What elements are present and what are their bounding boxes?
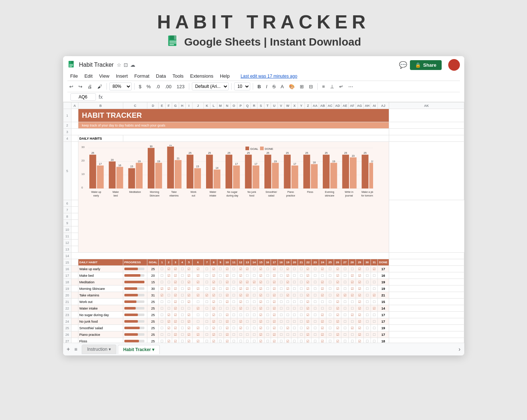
tab-arrow-right[interactable]: › — [458, 346, 460, 353]
checkbox-cell[interactable]: ☐ — [344, 267, 346, 271]
checkbox-cell[interactable]: ☐ — [314, 320, 317, 323]
checkbox-cell[interactable]: ☑ — [246, 280, 249, 284]
checkbox-cell[interactable]: ☐ — [253, 274, 256, 277]
checkbox-cell[interactable]: ☑ — [239, 267, 242, 271]
checkbox-cell[interactable]: ☐ — [373, 300, 376, 304]
checkbox-cell[interactable]: ☑ — [187, 280, 190, 284]
day-cell-15[interactable]: ☑ — [257, 285, 264, 292]
day-cell-27[interactable]: ☐ — [341, 272, 349, 279]
day-cell-28[interactable]: ☐ — [349, 338, 356, 343]
col-ai[interactable]: AI — [371, 102, 377, 109]
checkbox-cell[interactable]: ☑ — [187, 313, 190, 317]
col-ad[interactable]: AD — [334, 102, 341, 109]
day-cell-12[interactable]: ☑ — [237, 292, 244, 299]
checkbox-cell[interactable]: ☑ — [167, 326, 170, 330]
checkbox-cell[interactable]: ☐ — [300, 339, 303, 343]
checkbox-cell[interactable]: ☑ — [174, 307, 177, 310]
checkbox-cell[interactable]: ☐ — [266, 280, 269, 284]
checkbox-cell[interactable]: ☑ — [306, 274, 309, 277]
checkbox-cell[interactable]: ☐ — [293, 280, 296, 284]
day-cell-31[interactable]: ☐ — [371, 299, 377, 305]
day-cell-29[interactable]: ☑ — [356, 266, 363, 272]
checkbox-cell[interactable]: ☐ — [266, 300, 269, 304]
day-cell-3[interactable]: ☑ — [172, 338, 179, 343]
checkbox-cell[interactable]: ☐ — [160, 333, 163, 337]
checkbox-cell[interactable]: ☐ — [314, 287, 317, 291]
day-cell-11[interactable]: ☐ — [230, 292, 237, 299]
day-cell-2[interactable]: ☑ — [165, 318, 172, 325]
checkbox-cell[interactable]: ☐ — [280, 280, 283, 284]
checkbox-cell[interactable]: ☑ — [212, 274, 215, 277]
day-cell-15[interactable]: ☑ — [257, 272, 264, 279]
checkbox-cell[interactable]: ☑ — [160, 287, 163, 291]
day-cell-7[interactable]: ☐ — [204, 279, 210, 285]
day-cell-21[interactable]: ☐ — [298, 279, 305, 285]
day-cell-29[interactable]: ☑ — [356, 318, 363, 325]
checkbox-cell[interactable]: ☐ — [373, 274, 376, 277]
checkbox-cell[interactable]: ☐ — [232, 333, 235, 337]
menu-edit[interactable]: Edit — [81, 72, 95, 80]
checkbox-cell[interactable]: ☑ — [373, 293, 376, 297]
day-cell-16[interactable]: ☐ — [264, 272, 271, 279]
day-cell-8[interactable]: ☑ — [210, 325, 217, 331]
checkbox-cell[interactable]: ☐ — [344, 326, 346, 330]
checkbox-cell[interactable]: ☑ — [321, 280, 324, 284]
day-cell-29[interactable]: ☑ — [356, 279, 363, 285]
checkbox-cell[interactable]: ☑ — [286, 326, 289, 330]
day-cell-28[interactable]: ☑ — [349, 325, 356, 331]
col-d[interactable]: D — [147, 102, 159, 109]
day-cell-24[interactable]: ☑ — [319, 285, 326, 292]
day-cell-23[interactable]: ☐ — [311, 266, 319, 272]
day-cell-6[interactable]: ☑ — [192, 279, 204, 285]
day-cell-1[interactable]: ☐ — [159, 279, 165, 285]
checkbox-cell[interactable]: ☐ — [181, 267, 184, 271]
day-cell-3[interactable]: ☑ — [172, 266, 179, 272]
day-cell-28[interactable]: ☐ — [349, 331, 356, 338]
checkbox-cell[interactable]: ☐ — [219, 267, 222, 271]
day-cell-11[interactable]: ☐ — [230, 266, 237, 272]
day-cell-10[interactable]: ☑ — [224, 279, 230, 285]
checkbox-cell[interactable]: ☑ — [336, 287, 339, 291]
day-cell-23[interactable]: ☐ — [311, 318, 319, 325]
checkbox-cell[interactable]: ☐ — [366, 313, 369, 317]
day-cell-3[interactable]: ☑ — [172, 331, 179, 338]
day-cell-5[interactable]: ☑ — [186, 331, 192, 338]
day-cell-7[interactable]: ☐ — [204, 305, 210, 312]
day-cell-12[interactable]: ☐ — [237, 331, 244, 338]
checkbox-cell[interactable]: ☑ — [197, 333, 199, 337]
checkbox-cell[interactable]: ☐ — [253, 267, 256, 271]
checkbox-cell[interactable]: ☑ — [336, 313, 339, 317]
font-select[interactable]: Default (Ari... — [192, 82, 229, 90]
day-cell-21[interactable]: ☐ — [298, 266, 305, 272]
add-sheet-button[interactable]: + — [67, 346, 70, 353]
day-cell-4[interactable]: ☐ — [179, 305, 185, 312]
day-cell-31[interactable]: ☐ — [371, 279, 377, 285]
day-cell-30[interactable]: ☐ — [363, 285, 371, 292]
day-cell-3[interactable]: ☑ — [172, 299, 179, 305]
day-cell-9[interactable]: ☐ — [217, 305, 224, 312]
day-cell-18[interactable]: ☐ — [278, 325, 284, 331]
checkbox-cell[interactable]: ☐ — [329, 287, 332, 291]
day-cell-29[interactable]: ☑ — [356, 331, 363, 338]
checkbox-cell[interactable]: ☐ — [160, 300, 163, 304]
day-cell-8[interactable]: ☑ — [210, 312, 217, 318]
menu-insert[interactable]: Insert — [113, 72, 131, 80]
checkbox-cell[interactable]: ☑ — [259, 293, 262, 297]
day-cell-4[interactable]: ☐ — [179, 318, 185, 325]
day-cell-6[interactable]: ☐ — [192, 318, 204, 325]
col-f[interactable]: F — [165, 102, 172, 109]
tab-habit-tracker[interactable]: Habit Tracker ▾ — [118, 345, 160, 354]
day-cell-8[interactable]: ☑ — [210, 272, 217, 279]
day-cell-25[interactable]: ☐ — [326, 325, 334, 331]
checkbox-cell[interactable]: ☐ — [366, 293, 369, 297]
day-cell-1[interactable]: ☐ — [159, 338, 165, 343]
col-w[interactable]: W — [284, 102, 291, 109]
day-cell-9[interactable]: ☐ — [217, 299, 224, 305]
cloud-icon[interactable]: ☁ — [130, 62, 135, 68]
day-cell-2[interactable]: ☐ — [165, 305, 172, 312]
checkbox-cell[interactable]: ☑ — [212, 267, 215, 271]
checkbox-cell[interactable]: ☐ — [280, 267, 283, 271]
checkbox-cell[interactable]: ☐ — [286, 307, 289, 310]
checkbox-cell[interactable]: ☐ — [293, 339, 296, 343]
col-y[interactable]: Y — [298, 102, 305, 109]
